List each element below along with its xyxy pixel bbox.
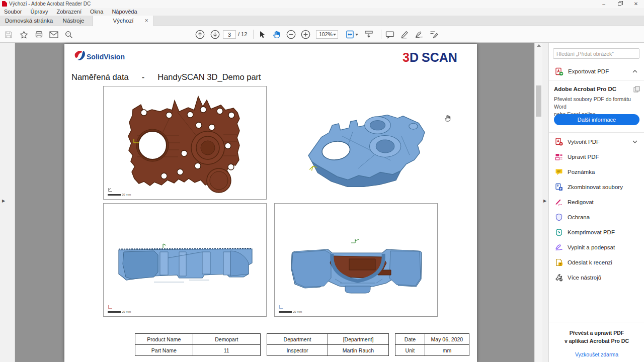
- page-up-icon: [195, 30, 205, 39]
- zoom-level-value: 102%: [319, 31, 333, 37]
- close-button[interactable]: ✕: [629, 0, 643, 8]
- tool-create-pdf[interactable]: Vytvořit PDF: [549, 134, 644, 149]
- table-cell: Product Name: [135, 334, 193, 345]
- export-pdf-row[interactable]: Exportovat PDF: [549, 64, 644, 79]
- zoom-out-button[interactable]: [284, 28, 297, 41]
- zoom-caret-icon: [333, 34, 336, 36]
- date-table: Date May 06, 2020 Unit mm: [395, 333, 469, 356]
- logo-scan: SCAN: [422, 50, 457, 64]
- menu-okna[interactable]: Okna: [90, 9, 103, 15]
- fill-sign-icon: [429, 30, 438, 39]
- scan-view-iso: [293, 104, 439, 197]
- scan-view-bottom: 20 mm: [274, 203, 438, 317]
- page-down-icon: [210, 30, 220, 39]
- acrobat-promo: Adobe Acrobat Pro DC Převést soubory PDF…: [549, 86, 644, 136]
- footer-line2: v aplikaci Acrobat Pro DC: [565, 338, 629, 344]
- email-button[interactable]: [47, 28, 60, 41]
- divider: [549, 132, 644, 133]
- axis-icon: [108, 305, 113, 310]
- report-title-dash: -: [142, 72, 145, 82]
- comment-button[interactable]: [383, 28, 396, 41]
- tab-document-active[interactable]: Výchozí ✕: [93, 16, 154, 26]
- copy-pages-icon: [633, 86, 640, 93]
- tool-compress[interactable]: Komprimovat PDF: [549, 225, 644, 240]
- menu-soubor[interactable]: Soubor: [4, 9, 22, 15]
- scroll-up-icon[interactable]: [537, 44, 541, 47]
- scale-marker: 20 mm: [108, 305, 131, 313]
- scrollbar-thumb[interactable]: [536, 85, 541, 117]
- solidvision-logo: SolidVision: [73, 49, 129, 67]
- zoom-in-button[interactable]: [299, 28, 312, 41]
- tool-redact[interactable]: Redigovat: [549, 195, 644, 210]
- fit-page-button[interactable]: [343, 28, 360, 41]
- tool-comment[interactable]: Poznámka: [549, 164, 644, 179]
- tools-panel: Exportovat PDF Adobe Acrobat Pro DC Přev…: [548, 43, 644, 362]
- table-cell: Part Name: [135, 345, 193, 356]
- tab-home[interactable]: Domovská stránka: [0, 16, 58, 26]
- save-button[interactable]: [2, 28, 15, 41]
- vertical-scrollbar[interactable]: [534, 43, 542, 362]
- tab-tools[interactable]: Nástroje: [58, 16, 89, 26]
- report-title: Naměřená data - HandySCAN 3D_Demo part: [71, 72, 261, 82]
- tool-combine-files[interactable]: Zkombinovat soubory: [549, 179, 644, 195]
- table-cell: Martin Rauch: [328, 345, 389, 356]
- right-panel-toggle[interactable]: ▶: [543, 199, 546, 203]
- department-table: Department [Department] Inspector Martin…: [267, 333, 389, 356]
- logo-3: 3: [403, 50, 410, 64]
- right-panel-strip: ▶: [542, 43, 548, 362]
- tools-search-input[interactable]: [553, 48, 639, 59]
- tool-label: Ochrana: [568, 214, 590, 220]
- next-page-button[interactable]: [208, 28, 221, 41]
- scale-marker: 20 mm: [279, 305, 302, 313]
- scale-bar: [279, 311, 292, 313]
- document-viewport[interactable]: SolidVision 3DSCAN Naměřená data - Handy…: [15, 43, 534, 362]
- mouse-cursor-hand: [444, 114, 451, 124]
- favorites-button[interactable]: [17, 28, 30, 41]
- comment-icon: [385, 31, 394, 39]
- tab-bar: Domovská stránka Nástroje Výchozí ✕ ? Př…: [0, 16, 644, 26]
- tool-more-tools[interactable]: Více nástrojů: [549, 270, 644, 285]
- print-button[interactable]: [32, 28, 45, 41]
- menu-bar: Soubor Úpravy Zobrazení Okna Nápověda: [0, 8, 644, 16]
- hand-tool-button[interactable]: [270, 28, 283, 41]
- combine-files-icon: [555, 183, 563, 191]
- menu-upravy[interactable]: Úpravy: [31, 9, 48, 15]
- left-panel-toggle[interactable]: ▶: [2, 199, 5, 203]
- scroll-mode-button[interactable]: [362, 28, 375, 41]
- find-button[interactable]: [62, 28, 75, 41]
- minimize-button[interactable]: –: [597, 0, 611, 8]
- fill-sign-button[interactable]: [427, 28, 440, 41]
- tool-label: Poznámka: [568, 169, 595, 175]
- select-tool-button[interactable]: [256, 28, 269, 41]
- tab-document-label: Výchozí: [113, 18, 134, 24]
- tool-send-review[interactable]: Odeslat k recenzi: [549, 255, 644, 270]
- star-icon: [20, 31, 28, 39]
- protect-shield-icon: [555, 213, 563, 221]
- highlight-button[interactable]: [398, 28, 411, 41]
- acrobat-app-icon: [2, 1, 7, 7]
- try-free-link[interactable]: Vyzkoušet zdarma: [549, 351, 644, 357]
- zoom-level-dropdown[interactable]: 102%: [316, 30, 338, 39]
- previous-page-button[interactable]: [193, 28, 206, 41]
- tool-fill-sign[interactable]: Vyplnit a podepsat: [549, 240, 644, 255]
- table-cell: [Department]: [328, 334, 389, 345]
- scale-label: 20 mm: [293, 310, 302, 313]
- menu-zobrazeni[interactable]: Zobrazení: [56, 9, 82, 15]
- page-number-input[interactable]: [223, 30, 236, 39]
- product-table: Product Name Demopart Part Name 11: [135, 333, 261, 356]
- scale-bar: [108, 194, 121, 196]
- menu-napoveda[interactable]: Nápověda: [112, 9, 137, 15]
- scale-bar: [108, 311, 121, 313]
- more-info-button[interactable]: Další informace: [554, 114, 639, 125]
- more-tools-icon: [555, 274, 563, 282]
- tab-close-icon[interactable]: ✕: [144, 16, 148, 26]
- solidvision-label: SolidVision: [87, 53, 125, 61]
- hand-tool-icon: [272, 30, 281, 39]
- tool-label: Vyplnit a podepsat: [568, 244, 615, 250]
- restore-button[interactable]: [613, 0, 627, 8]
- tool-edit-pdf[interactable]: Upravit PDF: [549, 149, 644, 164]
- scale-marker: 20 mm: [108, 188, 131, 196]
- sign-button[interactable]: [413, 28, 426, 41]
- tool-protect[interactable]: Ochrana: [549, 210, 644, 225]
- search-icon: [65, 31, 73, 39]
